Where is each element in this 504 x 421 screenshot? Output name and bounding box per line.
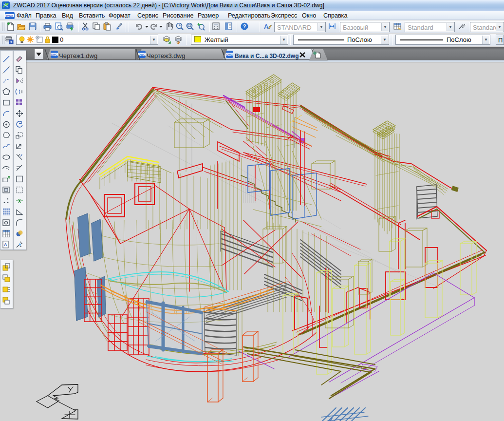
svg-text:A: A <box>4 242 7 247</box>
